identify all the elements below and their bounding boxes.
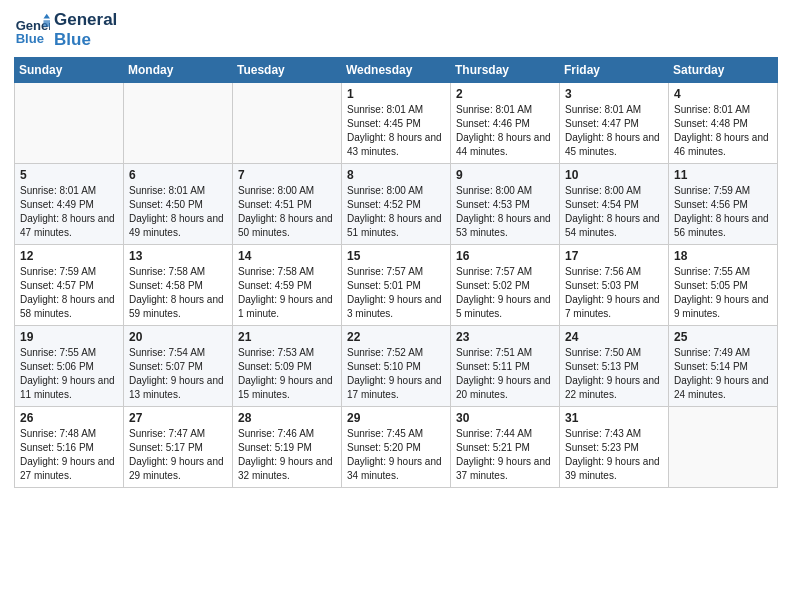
calendar-week-1: 1Sunrise: 8:01 AM Sunset: 4:45 PM Daylig… <box>15 83 778 164</box>
calendar-cell-w3d6: 17Sunrise: 7:56 AM Sunset: 5:03 PM Dayli… <box>560 245 669 326</box>
svg-text:Blue: Blue <box>16 31 44 46</box>
day-info: Sunrise: 8:01 AM Sunset: 4:46 PM Dayligh… <box>456 103 554 159</box>
day-info: Sunrise: 7:43 AM Sunset: 5:23 PM Dayligh… <box>565 427 663 483</box>
day-number: 17 <box>565 249 663 263</box>
calendar-cell-w2d2: 6Sunrise: 8:01 AM Sunset: 4:50 PM Daylig… <box>124 164 233 245</box>
page: General Blue General Blue SundayMondayTu… <box>0 0 792 612</box>
day-info: Sunrise: 8:00 AM Sunset: 4:51 PM Dayligh… <box>238 184 336 240</box>
day-number: 13 <box>129 249 227 263</box>
calendar-cell-w5d5: 30Sunrise: 7:44 AM Sunset: 5:21 PM Dayli… <box>451 407 560 488</box>
calendar-cell-w2d7: 11Sunrise: 7:59 AM Sunset: 4:56 PM Dayli… <box>669 164 778 245</box>
calendar-week-2: 5Sunrise: 8:01 AM Sunset: 4:49 PM Daylig… <box>15 164 778 245</box>
weekday-header-tuesday: Tuesday <box>233 58 342 83</box>
day-info: Sunrise: 7:53 AM Sunset: 5:09 PM Dayligh… <box>238 346 336 402</box>
day-number: 18 <box>674 249 772 263</box>
calendar-cell-w5d4: 29Sunrise: 7:45 AM Sunset: 5:20 PM Dayli… <box>342 407 451 488</box>
weekday-header-sunday: Sunday <box>15 58 124 83</box>
day-info: Sunrise: 7:51 AM Sunset: 5:11 PM Dayligh… <box>456 346 554 402</box>
calendar-cell-w5d7 <box>669 407 778 488</box>
calendar-header-row: SundayMondayTuesdayWednesdayThursdayFrid… <box>15 58 778 83</box>
day-info: Sunrise: 7:55 AM Sunset: 5:05 PM Dayligh… <box>674 265 772 321</box>
day-info: Sunrise: 8:01 AM Sunset: 4:47 PM Dayligh… <box>565 103 663 159</box>
day-info: Sunrise: 7:52 AM Sunset: 5:10 PM Dayligh… <box>347 346 445 402</box>
day-info: Sunrise: 7:56 AM Sunset: 5:03 PM Dayligh… <box>565 265 663 321</box>
calendar-cell-w1d6: 3Sunrise: 8:01 AM Sunset: 4:47 PM Daylig… <box>560 83 669 164</box>
day-number: 30 <box>456 411 554 425</box>
day-info: Sunrise: 7:45 AM Sunset: 5:20 PM Dayligh… <box>347 427 445 483</box>
day-info: Sunrise: 8:01 AM Sunset: 4:48 PM Dayligh… <box>674 103 772 159</box>
day-info: Sunrise: 7:57 AM Sunset: 5:02 PM Dayligh… <box>456 265 554 321</box>
day-info: Sunrise: 7:59 AM Sunset: 4:56 PM Dayligh… <box>674 184 772 240</box>
day-number: 4 <box>674 87 772 101</box>
weekday-header-monday: Monday <box>124 58 233 83</box>
calendar-cell-w5d2: 27Sunrise: 7:47 AM Sunset: 5:17 PM Dayli… <box>124 407 233 488</box>
calendar-cell-w3d3: 14Sunrise: 7:58 AM Sunset: 4:59 PM Dayli… <box>233 245 342 326</box>
day-number: 11 <box>674 168 772 182</box>
calendar-cell-w3d4: 15Sunrise: 7:57 AM Sunset: 5:01 PM Dayli… <box>342 245 451 326</box>
calendar-week-5: 26Sunrise: 7:48 AM Sunset: 5:16 PM Dayli… <box>15 407 778 488</box>
weekday-header-saturday: Saturday <box>669 58 778 83</box>
day-number: 28 <box>238 411 336 425</box>
day-number: 19 <box>20 330 118 344</box>
day-info: Sunrise: 8:01 AM Sunset: 4:45 PM Dayligh… <box>347 103 445 159</box>
weekday-header-wednesday: Wednesday <box>342 58 451 83</box>
calendar-cell-w2d1: 5Sunrise: 8:01 AM Sunset: 4:49 PM Daylig… <box>15 164 124 245</box>
day-info: Sunrise: 7:58 AM Sunset: 4:58 PM Dayligh… <box>129 265 227 321</box>
day-info: Sunrise: 7:50 AM Sunset: 5:13 PM Dayligh… <box>565 346 663 402</box>
svg-marker-3 <box>43 20 50 27</box>
weekday-header-thursday: Thursday <box>451 58 560 83</box>
day-number: 7 <box>238 168 336 182</box>
day-info: Sunrise: 7:55 AM Sunset: 5:06 PM Dayligh… <box>20 346 118 402</box>
day-info: Sunrise: 8:01 AM Sunset: 4:49 PM Dayligh… <box>20 184 118 240</box>
calendar-cell-w4d1: 19Sunrise: 7:55 AM Sunset: 5:06 PM Dayli… <box>15 326 124 407</box>
logo-blue: Blue <box>54 30 117 50</box>
calendar-cell-w4d6: 24Sunrise: 7:50 AM Sunset: 5:13 PM Dayli… <box>560 326 669 407</box>
calendar-cell-w2d5: 9Sunrise: 8:00 AM Sunset: 4:53 PM Daylig… <box>451 164 560 245</box>
day-info: Sunrise: 7:48 AM Sunset: 5:16 PM Dayligh… <box>20 427 118 483</box>
calendar-table: SundayMondayTuesdayWednesdayThursdayFrid… <box>14 57 778 488</box>
calendar-cell-w4d3: 21Sunrise: 7:53 AM Sunset: 5:09 PM Dayli… <box>233 326 342 407</box>
day-number: 6 <box>129 168 227 182</box>
day-info: Sunrise: 8:00 AM Sunset: 4:53 PM Dayligh… <box>456 184 554 240</box>
day-number: 5 <box>20 168 118 182</box>
day-info: Sunrise: 8:01 AM Sunset: 4:50 PM Dayligh… <box>129 184 227 240</box>
day-info: Sunrise: 7:49 AM Sunset: 5:14 PM Dayligh… <box>674 346 772 402</box>
day-info: Sunrise: 7:46 AM Sunset: 5:19 PM Dayligh… <box>238 427 336 483</box>
calendar-cell-w2d6: 10Sunrise: 8:00 AM Sunset: 4:54 PM Dayli… <box>560 164 669 245</box>
day-number: 27 <box>129 411 227 425</box>
day-number: 10 <box>565 168 663 182</box>
day-number: 8 <box>347 168 445 182</box>
day-number: 12 <box>20 249 118 263</box>
day-number: 25 <box>674 330 772 344</box>
weekday-header-friday: Friday <box>560 58 669 83</box>
calendar-cell-w1d3 <box>233 83 342 164</box>
calendar-cell-w1d1 <box>15 83 124 164</box>
calendar-cell-w4d2: 20Sunrise: 7:54 AM Sunset: 5:07 PM Dayli… <box>124 326 233 407</box>
calendar-cell-w2d4: 8Sunrise: 8:00 AM Sunset: 4:52 PM Daylig… <box>342 164 451 245</box>
day-number: 21 <box>238 330 336 344</box>
calendar-cell-w4d4: 22Sunrise: 7:52 AM Sunset: 5:10 PM Dayli… <box>342 326 451 407</box>
logo-icon: General Blue <box>14 12 50 48</box>
day-info: Sunrise: 7:47 AM Sunset: 5:17 PM Dayligh… <box>129 427 227 483</box>
day-info: Sunrise: 7:59 AM Sunset: 4:57 PM Dayligh… <box>20 265 118 321</box>
calendar-cell-w1d2 <box>124 83 233 164</box>
day-number: 16 <box>456 249 554 263</box>
calendar-cell-w4d7: 25Sunrise: 7:49 AM Sunset: 5:14 PM Dayli… <box>669 326 778 407</box>
day-number: 1 <box>347 87 445 101</box>
day-number: 14 <box>238 249 336 263</box>
logo-general: General <box>54 10 117 30</box>
day-number: 23 <box>456 330 554 344</box>
calendar-cell-w3d1: 12Sunrise: 7:59 AM Sunset: 4:57 PM Dayli… <box>15 245 124 326</box>
calendar-cell-w1d4: 1Sunrise: 8:01 AM Sunset: 4:45 PM Daylig… <box>342 83 451 164</box>
day-number: 15 <box>347 249 445 263</box>
day-number: 3 <box>565 87 663 101</box>
calendar-cell-w3d2: 13Sunrise: 7:58 AM Sunset: 4:58 PM Dayli… <box>124 245 233 326</box>
calendar-cell-w4d5: 23Sunrise: 7:51 AM Sunset: 5:11 PM Dayli… <box>451 326 560 407</box>
calendar-cell-w1d7: 4Sunrise: 8:01 AM Sunset: 4:48 PM Daylig… <box>669 83 778 164</box>
day-number: 29 <box>347 411 445 425</box>
svg-marker-2 <box>43 13 50 18</box>
day-info: Sunrise: 7:58 AM Sunset: 4:59 PM Dayligh… <box>238 265 336 321</box>
calendar-cell-w5d1: 26Sunrise: 7:48 AM Sunset: 5:16 PM Dayli… <box>15 407 124 488</box>
header: General Blue General Blue <box>14 10 778 49</box>
calendar-cell-w5d3: 28Sunrise: 7:46 AM Sunset: 5:19 PM Dayli… <box>233 407 342 488</box>
